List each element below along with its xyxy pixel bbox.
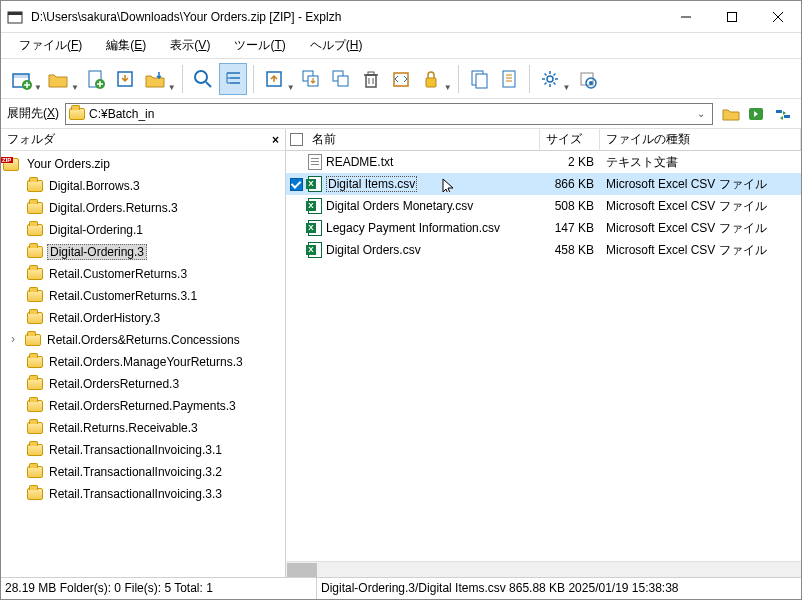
extract-path-input[interactable]: ⌄ bbox=[65, 103, 713, 125]
text-file-icon bbox=[308, 154, 322, 170]
chevron-right-icon[interactable]: › bbox=[11, 332, 25, 346]
menu-file[interactable]: ファイル(F) bbox=[9, 34, 92, 57]
tree-item[interactable]: Digital-Ordering.1 bbox=[1, 219, 285, 241]
maximize-button[interactable] bbox=[709, 2, 755, 32]
test-button[interactable] bbox=[327, 63, 355, 95]
copy-button[interactable] bbox=[465, 63, 493, 95]
settings-button[interactable] bbox=[536, 63, 564, 95]
tree-item-label: Digital.Orders.Returns.3 bbox=[47, 200, 180, 216]
folder-icon bbox=[27, 356, 43, 368]
list-row[interactable]: Legacy Payment Information.csv147 KBMicr… bbox=[286, 217, 801, 239]
minimize-button[interactable] bbox=[663, 2, 709, 32]
folder-tree[interactable]: Your Orders.zip Digital.Borrows.3Digital… bbox=[1, 151, 285, 577]
svg-line-50 bbox=[544, 82, 546, 84]
tree-item-label: Retail.TransactionalInvoicing.3.3 bbox=[47, 486, 224, 502]
tree-item[interactable]: Retail.OrderHistory.3 bbox=[1, 307, 285, 329]
tree-item[interactable]: Retail.TransactionalInvoicing.3.3 bbox=[1, 483, 285, 505]
name-cell: README.txt bbox=[306, 154, 540, 170]
delete-button[interactable] bbox=[357, 63, 385, 95]
close-tree-button[interactable]: × bbox=[272, 133, 279, 147]
extract-to-label: 展開先(X) bbox=[7, 105, 59, 122]
close-button[interactable] bbox=[755, 2, 801, 32]
select-all-checkbox[interactable] bbox=[286, 129, 306, 150]
folder-icon bbox=[27, 246, 43, 258]
menu-tools[interactable]: ツール(T) bbox=[224, 34, 295, 57]
type-cell: Microsoft Excel CSV ファイル bbox=[600, 176, 801, 193]
csv-file-icon bbox=[308, 220, 322, 236]
file-list[interactable]: README.txt2 KBテキスト文書Digital Items.csv866… bbox=[286, 151, 801, 561]
list-row[interactable]: Digital Orders.csv458 KBMicrosoft Excel … bbox=[286, 239, 801, 261]
cursor-icon bbox=[442, 178, 456, 192]
svg-rect-33 bbox=[368, 72, 374, 75]
tree-item[interactable]: Digital.Orders.Returns.3 bbox=[1, 197, 285, 219]
tree-root[interactable]: Your Orders.zip bbox=[1, 153, 285, 175]
search-button[interactable] bbox=[189, 63, 217, 95]
go-button[interactable] bbox=[745, 103, 769, 125]
switch-button[interactable] bbox=[771, 103, 795, 125]
path-field[interactable] bbox=[85, 107, 693, 121]
tree-item-label: Retail.CustomerReturns.3 bbox=[47, 266, 189, 282]
tree-item-label: Digital-Ordering.3 bbox=[47, 244, 147, 260]
extract-to-button[interactable] bbox=[141, 63, 169, 95]
svg-line-49 bbox=[553, 73, 555, 75]
encrypt-button[interactable] bbox=[417, 63, 445, 95]
folder-icon bbox=[27, 180, 43, 192]
extract-all-button[interactable] bbox=[297, 63, 325, 95]
tree-view-button[interactable] bbox=[219, 63, 247, 95]
tree-item[interactable]: Retail.Returns.Receivable.3 bbox=[1, 417, 285, 439]
tree-header: フォルダ × bbox=[1, 129, 285, 151]
list-row[interactable]: Digital Orders Monetary.csv508 KBMicroso… bbox=[286, 195, 801, 217]
folder-icon bbox=[27, 268, 43, 280]
size-cell: 508 KB bbox=[540, 199, 600, 213]
status-right: Digital-Ordering.3/Digital Items.csv 865… bbox=[317, 578, 801, 599]
svg-rect-7 bbox=[13, 74, 29, 78]
svg-rect-38 bbox=[503, 71, 515, 87]
tree-item-label: Digital.Borrows.3 bbox=[47, 178, 142, 194]
tree-item[interactable]: Retail.CustomerReturns.3.1 bbox=[1, 285, 285, 307]
dropdown-icon[interactable]: ▼ bbox=[71, 83, 79, 98]
list-row[interactable]: README.txt2 KBテキスト文書 bbox=[286, 151, 801, 173]
dropdown-icon[interactable]: ▼ bbox=[34, 83, 42, 98]
csv-file-icon bbox=[308, 242, 322, 258]
row-checkbox[interactable] bbox=[286, 178, 306, 191]
tree-item[interactable]: Retail.Orders.ManageYourReturns.3 bbox=[1, 351, 285, 373]
separator bbox=[182, 65, 183, 93]
dropdown-icon[interactable]: ▼ bbox=[287, 83, 295, 98]
tree-item[interactable]: Retail.OrdersReturned.3 bbox=[1, 373, 285, 395]
add-file-button[interactable] bbox=[81, 63, 109, 95]
tree-item[interactable]: Retail.TransactionalInvoicing.3.1 bbox=[1, 439, 285, 461]
properties-button[interactable] bbox=[495, 63, 523, 95]
dropdown-icon[interactable]: ⌄ bbox=[693, 108, 709, 119]
options-button[interactable] bbox=[573, 63, 601, 95]
tree-item[interactable]: Retail.TransactionalInvoicing.3.2 bbox=[1, 461, 285, 483]
menu-edit[interactable]: 編集(E) bbox=[96, 34, 156, 57]
tree-item[interactable]: Retail.OrdersReturned.Payments.3 bbox=[1, 395, 285, 417]
tree-item[interactable]: Digital-Ordering.3 bbox=[1, 241, 285, 263]
csv-file-icon bbox=[308, 198, 322, 214]
open-button[interactable] bbox=[44, 63, 72, 95]
dropdown-icon[interactable]: ▼ bbox=[444, 83, 452, 98]
refresh-button[interactable] bbox=[387, 63, 415, 95]
folder-icon bbox=[25, 334, 41, 346]
list-row[interactable]: Digital Items.csv866 KBMicrosoft Excel C… bbox=[286, 173, 801, 195]
dropdown-icon[interactable]: ▼ bbox=[168, 83, 176, 98]
horizontal-scrollbar[interactable] bbox=[286, 561, 801, 577]
dropdown-icon[interactable]: ▼ bbox=[563, 83, 571, 98]
tree-item[interactable]: ›Retail.Orders&Returns.Concessions bbox=[1, 329, 285, 351]
menu-view[interactable]: 表示(V) bbox=[160, 34, 220, 57]
col-type[interactable]: ファイルの種類 bbox=[600, 129, 801, 150]
tree-item-label: Retail.OrdersReturned.Payments.3 bbox=[47, 398, 238, 414]
size-cell: 2 KB bbox=[540, 155, 600, 169]
svg-rect-3 bbox=[728, 12, 737, 21]
extract-selected-button[interactable] bbox=[260, 63, 288, 95]
tree-item[interactable]: Retail.CustomerReturns.3 bbox=[1, 263, 285, 285]
tree-item-label: Retail.Orders.ManageYourReturns.3 bbox=[47, 354, 245, 370]
col-size[interactable]: サイズ bbox=[540, 129, 600, 150]
extract-button[interactable] bbox=[111, 63, 139, 95]
tree-item[interactable]: Digital.Borrows.3 bbox=[1, 175, 285, 197]
menu-help[interactable]: ヘルプ(H) bbox=[300, 34, 373, 57]
browse-button[interactable] bbox=[719, 103, 743, 125]
folder-icon bbox=[27, 488, 43, 500]
col-name[interactable]: 名前 bbox=[306, 129, 540, 150]
new-archive-button[interactable] bbox=[7, 63, 35, 95]
